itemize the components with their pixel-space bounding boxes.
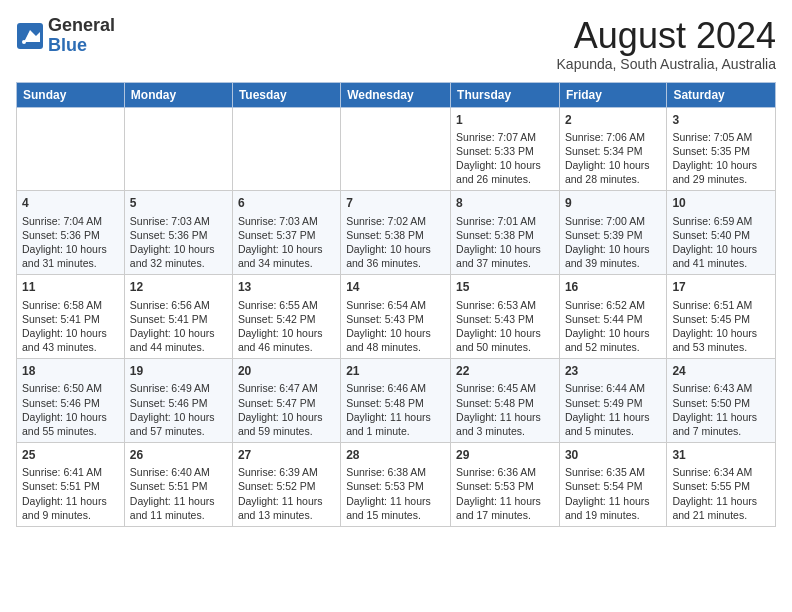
day-info: Sunrise: 7:00 AM [565,214,661,228]
calendar-cell: 7Sunrise: 7:02 AMSunset: 5:38 PMDaylight… [341,191,451,275]
day-info: and 46 minutes. [238,340,335,354]
calendar-cell: 8Sunrise: 7:01 AMSunset: 5:38 PMDaylight… [451,191,560,275]
day-info: Sunrise: 7:03 AM [238,214,335,228]
day-info: and 53 minutes. [672,340,770,354]
day-info: Sunrise: 6:36 AM [456,465,554,479]
day-info: and 43 minutes. [22,340,119,354]
day-info: Sunset: 5:33 PM [456,144,554,158]
day-info: and 52 minutes. [565,340,661,354]
calendar-cell: 27Sunrise: 6:39 AMSunset: 5:52 PMDayligh… [232,443,340,527]
week-row-3: 11Sunrise: 6:58 AMSunset: 5:41 PMDayligh… [17,275,776,359]
calendar-cell [341,107,451,191]
day-info: Sunset: 5:36 PM [22,228,119,242]
day-number: 13 [238,279,335,295]
day-info: Sunrise: 6:44 AM [565,381,661,395]
day-info: Sunrise: 6:41 AM [22,465,119,479]
day-info: and 34 minutes. [238,256,335,270]
day-header-tuesday: Tuesday [232,82,340,107]
calendar-cell: 11Sunrise: 6:58 AMSunset: 5:41 PMDayligh… [17,275,125,359]
day-info: Daylight: 10 hours [22,326,119,340]
day-header-sunday: Sunday [17,82,125,107]
day-number: 19 [130,363,227,379]
day-info: Sunset: 5:45 PM [672,312,770,326]
day-info: Daylight: 10 hours [238,410,335,424]
day-info: Daylight: 11 hours [346,494,445,508]
day-info: Daylight: 10 hours [565,242,661,256]
calendar-cell: 1Sunrise: 7:07 AMSunset: 5:33 PMDaylight… [451,107,560,191]
day-info: Sunset: 5:53 PM [456,479,554,493]
day-info: Daylight: 10 hours [672,326,770,340]
calendar-cell: 17Sunrise: 6:51 AMSunset: 5:45 PMDayligh… [667,275,776,359]
day-info: Sunrise: 7:03 AM [130,214,227,228]
day-info: Sunset: 5:35 PM [672,144,770,158]
day-info: and 26 minutes. [456,172,554,186]
day-info: Daylight: 11 hours [346,410,445,424]
day-info: Daylight: 10 hours [346,326,445,340]
day-info: Sunset: 5:46 PM [22,396,119,410]
day-info: Sunset: 5:36 PM [130,228,227,242]
day-info: Sunrise: 6:34 AM [672,465,770,479]
day-number: 31 [672,447,770,463]
calendar-cell: 26Sunrise: 6:40 AMSunset: 5:51 PMDayligh… [124,443,232,527]
day-info: Sunset: 5:50 PM [672,396,770,410]
day-number: 26 [130,447,227,463]
day-number: 6 [238,195,335,211]
day-info: Daylight: 11 hours [456,494,554,508]
day-info: Sunrise: 6:54 AM [346,298,445,312]
day-info: Sunrise: 6:45 AM [456,381,554,395]
day-number: 11 [22,279,119,295]
day-info: Sunset: 5:41 PM [130,312,227,326]
day-number: 22 [456,363,554,379]
day-info: Daylight: 11 hours [565,494,661,508]
page-header: General Blue August 2024 Kapunda, South … [16,16,776,72]
header-row: SundayMondayTuesdayWednesdayThursdayFrid… [17,82,776,107]
calendar-cell: 23Sunrise: 6:44 AMSunset: 5:49 PMDayligh… [559,359,666,443]
day-header-thursday: Thursday [451,82,560,107]
day-info: Sunrise: 6:52 AM [565,298,661,312]
day-info: Sunrise: 6:47 AM [238,381,335,395]
day-info: Daylight: 10 hours [672,242,770,256]
day-info: Daylight: 10 hours [130,326,227,340]
day-info: Daylight: 10 hours [346,242,445,256]
day-info: Sunrise: 6:39 AM [238,465,335,479]
day-info: Sunset: 5:47 PM [238,396,335,410]
day-info: Sunrise: 7:04 AM [22,214,119,228]
calendar-cell: 30Sunrise: 6:35 AMSunset: 5:54 PMDayligh… [559,443,666,527]
day-info: and 9 minutes. [22,508,119,522]
calendar-cell: 24Sunrise: 6:43 AMSunset: 5:50 PMDayligh… [667,359,776,443]
svg-point-2 [22,40,26,44]
day-number: 7 [346,195,445,211]
calendar-cell: 31Sunrise: 6:34 AMSunset: 5:55 PMDayligh… [667,443,776,527]
day-info: Daylight: 10 hours [456,158,554,172]
day-info: Daylight: 11 hours [672,494,770,508]
day-number: 24 [672,363,770,379]
day-info: Sunrise: 6:49 AM [130,381,227,395]
day-info: Daylight: 10 hours [238,242,335,256]
location: Kapunda, South Australia, Australia [557,56,776,72]
day-info: Sunrise: 6:35 AM [565,465,661,479]
week-row-2: 4Sunrise: 7:04 AMSunset: 5:36 PMDaylight… [17,191,776,275]
day-info: and 48 minutes. [346,340,445,354]
day-info: Sunrise: 6:58 AM [22,298,119,312]
calendar-cell [17,107,125,191]
day-info: Daylight: 10 hours [22,410,119,424]
day-info: Sunset: 5:46 PM [130,396,227,410]
day-info: Sunrise: 7:02 AM [346,214,445,228]
day-info: and 28 minutes. [565,172,661,186]
day-info: Sunset: 5:41 PM [22,312,119,326]
calendar-cell: 25Sunrise: 6:41 AMSunset: 5:51 PMDayligh… [17,443,125,527]
day-info: Sunrise: 6:59 AM [672,214,770,228]
day-number: 15 [456,279,554,295]
day-info: and 37 minutes. [456,256,554,270]
day-info: and 1 minute. [346,424,445,438]
calendar-cell [232,107,340,191]
day-info: Sunset: 5:54 PM [565,479,661,493]
day-info: Daylight: 10 hours [565,158,661,172]
calendar-cell: 18Sunrise: 6:50 AMSunset: 5:46 PMDayligh… [17,359,125,443]
day-header-friday: Friday [559,82,666,107]
day-number: 8 [456,195,554,211]
day-info: and 15 minutes. [346,508,445,522]
day-info: Sunset: 5:53 PM [346,479,445,493]
week-row-5: 25Sunrise: 6:41 AMSunset: 5:51 PMDayligh… [17,443,776,527]
week-row-1: 1Sunrise: 7:07 AMSunset: 5:33 PMDaylight… [17,107,776,191]
